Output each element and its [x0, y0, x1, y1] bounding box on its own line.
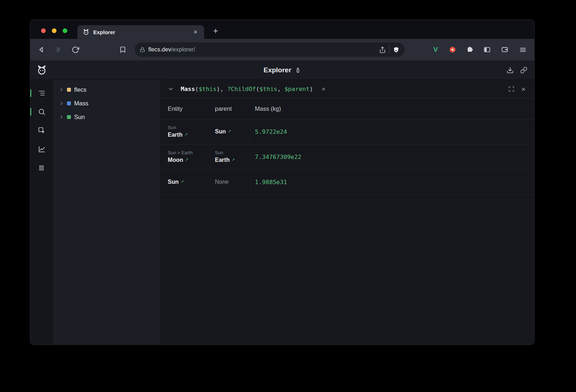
reload-button[interactable] — [69, 44, 81, 55]
wallet-icon — [501, 46, 508, 53]
entity-link[interactable]: Sun ↗ — [215, 128, 250, 136]
fullscreen-icon — [508, 86, 514, 92]
tree-panel-active-indicator — [30, 89, 31, 97]
entity-color-swatch — [67, 115, 71, 119]
divider — [389, 46, 390, 53]
column-header-entity: Entity — [160, 105, 211, 112]
expand-chevron-icon[interactable] — [59, 115, 64, 119]
minimize-window-button[interactable] — [52, 28, 57, 33]
tab-close-button[interactable]: × — [191, 28, 200, 36]
close-icon: × — [194, 28, 198, 36]
search-icon — [38, 108, 46, 116]
back-icon — [37, 46, 45, 54]
entity-path: Sun — [168, 124, 210, 131]
vue-logo-icon: V — [433, 46, 438, 54]
address-bar[interactable]: flecs.dev/explorer/ — [135, 42, 405, 57]
results-table-header: Entity parent Mass (kg) — [160, 99, 534, 119]
lock-icon — [140, 47, 145, 53]
flecs-logo-icon — [36, 64, 48, 76]
share-button[interactable] — [379, 46, 386, 53]
table-row: Sun Earth ↗ Sun ↗ 5.9722e24 — [160, 119, 534, 145]
parent-cell: None — [211, 170, 251, 195]
bookmark-button[interactable] — [117, 44, 129, 55]
vue-devtools-button[interactable]: V — [430, 44, 441, 55]
query-result-panel: Mass($this), ?ChildOf($this, $parent) × … — [160, 80, 534, 345]
clear-query-button[interactable]: × — [320, 85, 328, 93]
chevron-down-icon — [168, 86, 174, 92]
browser-window: Explorer × + flecs.dev/explorer/ — [30, 20, 534, 345]
sidebar-toggle-button[interactable] — [481, 44, 493, 55]
share-icon — [379, 46, 386, 53]
hexagon-extension-button[interactable] — [447, 44, 458, 55]
expand-query-button[interactable] — [506, 84, 516, 94]
page-title: Explorer — [264, 66, 291, 74]
expand-chevron-icon[interactable] — [59, 87, 64, 92]
link-arrow-icon: ↗ — [185, 157, 189, 163]
tab-title: Explorer — [93, 29, 188, 35]
extensions-button[interactable] — [464, 44, 476, 55]
page-title-group: Explorer — [264, 66, 301, 74]
entity-link[interactable]: Earth ↗ — [215, 156, 250, 164]
tree-panel-button[interactable] — [32, 84, 51, 102]
entity-tree-panel: flecs Mass Sun — [53, 80, 160, 345]
entity-link[interactable]: Moon ↗ — [168, 156, 210, 164]
link-icon — [520, 67, 527, 74]
tree-item-mass[interactable]: Mass — [53, 96, 160, 110]
stats-panel-button[interactable] — [32, 140, 51, 159]
plus-icon: + — [213, 26, 218, 36]
entity-color-swatch — [67, 101, 71, 105]
tab-explorer[interactable]: Explorer × — [77, 25, 204, 39]
new-tab-button[interactable]: + — [210, 26, 221, 36]
window-controls — [41, 28, 67, 33]
remote-icon — [295, 67, 301, 73]
tree-item-sun[interactable]: Sun — [53, 110, 160, 124]
tree-item-label: Sun — [74, 114, 85, 120]
query-input[interactable]: Mass($this), ?ChildOf($this, $parent) — [181, 86, 313, 92]
mass-value: 1.9885e31 — [255, 179, 534, 186]
entity-cell: Sun > Earth Moon ↗ — [160, 145, 211, 169]
mass-cell: 1.9885e31 — [251, 170, 534, 195]
mass-value: 5.9722e24 — [255, 128, 534, 135]
close-icon: × — [321, 85, 325, 93]
parent-cell: Sun Earth ↗ — [211, 145, 251, 169]
entity-link[interactable]: Earth ↗ — [168, 131, 210, 139]
query-panel-button[interactable] — [32, 102, 51, 121]
entity-path: Sun > Earth — [168, 150, 210, 156]
mass-cell: 7.34767309e22 — [251, 145, 534, 169]
profiler-panel-button[interactable] — [32, 159, 51, 177]
link-arrow-icon: ↗ — [184, 132, 188, 138]
entity-cell: Sun Earth ↗ — [160, 119, 211, 144]
inspector-icon — [38, 127, 46, 135]
brave-shield-button[interactable] — [393, 46, 400, 53]
column-header-parent: parent — [211, 105, 251, 112]
close-window-button[interactable] — [41, 28, 46, 33]
download-button[interactable] — [505, 65, 516, 76]
app-content: flecs Mass Sun Mass($this), ?ChildOf($th… — [30, 80, 534, 345]
zoom-window-button[interactable] — [63, 28, 67, 33]
header-actions — [505, 65, 529, 76]
url-path: /explorer/ — [171, 46, 195, 53]
app-header: Explorer — [30, 60, 534, 80]
wallet-button[interactable] — [499, 44, 510, 55]
expand-chevron-icon[interactable] — [59, 101, 64, 106]
menu-icon — [519, 46, 527, 54]
link-arrow-icon: ↗ — [231, 157, 235, 163]
tree-item-label: Mass — [74, 100, 88, 107]
table-row: Sun > Earth Moon ↗ Sun Earth ↗ 7.3476730… — [160, 145, 534, 170]
forward-button[interactable] — [53, 44, 64, 55]
entity-link[interactable]: Sun ↗ — [168, 178, 210, 186]
back-button[interactable] — [36, 44, 47, 55]
column-header-mass: Mass (kg) — [251, 105, 534, 112]
url-text: flecs.dev/explorer/ — [148, 46, 195, 53]
tree-item-flecs[interactable]: flecs — [53, 83, 160, 96]
inspector-panel-button[interactable] — [32, 121, 51, 140]
close-query-button[interactable]: × — [518, 84, 528, 94]
share-link-button[interactable] — [518, 65, 529, 76]
collapse-query-button[interactable] — [166, 84, 176, 94]
close-icon: × — [521, 85, 526, 94]
menu-button[interactable] — [517, 44, 528, 55]
tree-item-label: flecs — [74, 86, 86, 93]
query-header: Mass($this), ?ChildOf($this, $parent) × … — [160, 80, 534, 99]
download-icon — [507, 67, 514, 74]
panel-rail — [30, 80, 53, 345]
